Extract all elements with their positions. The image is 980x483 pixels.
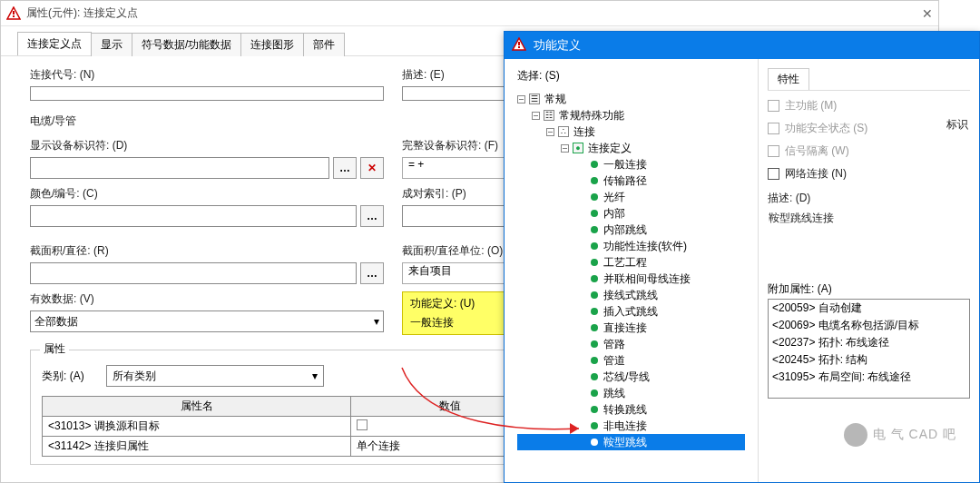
show-dt-label: 显示设备标识符: (D): [30, 138, 384, 153]
properties-table: 属性名 数值 <31013> 调换源和目标 <31142> 连接归属性单个连接: [42, 396, 550, 457]
tree-leaf[interactable]: 一般连接: [517, 156, 745, 172]
svg-rect-4: [518, 42, 520, 45]
function-def-label: 功能定义: (U): [410, 296, 503, 311]
list-item[interactable]: <31095> 布局空间: 布线途径: [769, 369, 969, 386]
tree-leaf[interactable]: 内部: [517, 205, 745, 222]
description-input[interactable]: [402, 86, 520, 101]
connection-code-input[interactable]: [30, 86, 384, 101]
addprop-list[interactable]: <20059> 自动创建 <20069> 电缆名称包括源/目标 <20237> …: [768, 299, 970, 399]
properties-legend: 属性: [40, 341, 69, 357]
titlebar: 属性(元件): 连接定义点 ✕: [1, 1, 938, 26]
signal-label: 信号隔离 (W): [785, 143, 849, 159]
ident-label-cut: 标识: [946, 117, 968, 133]
clear-button[interactable]: ✕: [360, 157, 384, 179]
dialog-title: 功能定义: [534, 37, 581, 54]
tree-leaf[interactable]: 插入式跳线: [517, 303, 745, 320]
tree-leaf[interactable]: 光纤: [517, 189, 745, 205]
checkbox[interactable]: [768, 168, 779, 180]
list-item[interactable]: <20237> 拓扑: 布线途径: [769, 334, 969, 351]
list-item[interactable]: <20245> 拓扑: 结构: [769, 351, 969, 369]
section-browse-button[interactable]: …: [360, 262, 384, 284]
tab-connection-def[interactable]: 连接定义点: [17, 32, 92, 55]
safety-label: 功能安全状态 (S): [785, 121, 867, 136]
full-dt-value: = +: [402, 157, 520, 179]
svg-rect-1: [13, 11, 15, 15]
tree-leaf[interactable]: 跳线: [517, 385, 745, 401]
valid-data-value: 全部数据: [34, 314, 78, 330]
list-item[interactable]: <20059> 自动创建: [769, 300, 969, 317]
color-input[interactable]: [30, 205, 357, 227]
tree-leaf[interactable]: 功能性连接(软件): [517, 238, 745, 254]
tree-leaf[interactable]: 并联相间母线连接: [517, 271, 745, 287]
table-row[interactable]: <31013> 调换源和目标: [43, 417, 550, 437]
tree-pane: 选择: (S) –☰常规 –☷常规特殊功能 –∴连接 –●连接定义 一般连接传输…: [505, 59, 759, 482]
tab-display[interactable]: 显示: [91, 33, 132, 56]
browse-button[interactable]: …: [333, 157, 357, 179]
svg-rect-5: [518, 46, 520, 48]
svg-rect-2: [13, 15, 15, 17]
function-definition-dialog: 功能定义 选择: (S) –☰常规 –☷常规特殊功能 –∴连接 –●连接定义 一…: [504, 31, 980, 483]
tree-leaf[interactable]: 传输路径: [517, 172, 745, 189]
pair-index-input[interactable]: [402, 205, 520, 227]
tree-leaf[interactable]: 接线式跳线: [517, 287, 745, 303]
main-fn-label: 主功能 (M): [785, 98, 837, 113]
tab-parts[interactable]: 部件: [303, 33, 345, 56]
color-label: 颜色/编号: (C): [30, 186, 384, 202]
function-def-highlight[interactable]: 功能定义: (U) 一般连接: [402, 291, 511, 335]
tree-node[interactable]: –●连接定义: [517, 140, 745, 156]
checkbox[interactable]: [768, 123, 779, 134]
table-row[interactable]: <31142> 连接归属性单个连接: [43, 437, 550, 457]
dialog-title: 属性(元件): 连接定义点: [26, 5, 138, 21]
function-tree[interactable]: –☰常规 –☷常规特殊功能 –∴连接 –●连接定义 一般连接传输路径光纤内部内部…: [517, 89, 745, 452]
app-icon: [512, 37, 528, 54]
valid-data-label: 有效数据: (V): [30, 291, 384, 307]
addprop-label: 附加属性: (A): [768, 281, 970, 297]
category-select[interactable]: 所有类别▾: [106, 365, 324, 387]
tree-leaf[interactable]: 直接连接: [517, 320, 745, 336]
col-name: 属性名: [43, 397, 351, 417]
network-label: 网络连接 (N): [785, 166, 847, 182]
connection-code-label: 连接代号: (N): [30, 67, 384, 83]
dropdown-icon[interactable]: ▾: [374, 315, 379, 328]
tab-symbol-data[interactable]: 符号数据/功能数据: [132, 33, 241, 56]
app-icon: [6, 6, 21, 21]
tree-leaf[interactable]: 非电连接: [517, 418, 745, 434]
desc-label: 描述: (D): [768, 191, 970, 206]
tree-leaf[interactable]: 工艺工程: [517, 254, 745, 271]
checkbox[interactable]: [768, 145, 779, 157]
close-button[interactable]: ✕: [922, 6, 933, 21]
tree-leaf[interactable]: 芯线/导线: [517, 369, 745, 385]
tree-node-root[interactable]: –☰常规: [517, 91, 745, 107]
watermark: 电 气 CAD 吧: [844, 423, 956, 447]
category-label: 类别: (A): [42, 369, 84, 384]
tree-leaf[interactable]: 内部跳线: [517, 222, 745, 238]
section-input[interactable]: [30, 262, 357, 284]
tab-conn-graphic[interactable]: 连接图形: [240, 33, 304, 56]
section-label: 截面积/直径: (R): [30, 243, 384, 259]
select-label: 选择: (S): [517, 68, 745, 84]
color-browse-button[interactable]: …: [360, 205, 384, 227]
desc-value: 鞍型跳线连接: [768, 210, 970, 227]
tree-leaf[interactable]: 转换跳线: [517, 401, 745, 418]
tree-node[interactable]: –☷常规特殊功能: [517, 107, 745, 123]
dropdown-icon: ▾: [312, 370, 318, 382]
tree-leaf[interactable]: 鞍型跳线: [517, 434, 745, 450]
list-item[interactable]: <20069> 电缆名称包括源/目标: [769, 317, 969, 334]
tree-leaf[interactable]: 管道: [517, 352, 745, 369]
function-def-value: 一般连接: [410, 315, 503, 330]
show-dt-input[interactable]: [30, 157, 329, 179]
tree-leaf[interactable]: 管路: [517, 336, 745, 352]
tab-characteristics[interactable]: 特性: [768, 68, 809, 90]
tree-node[interactable]: –∴连接: [517, 123, 745, 140]
checkbox[interactable]: [768, 100, 779, 112]
section-unit-value: 来自项目: [402, 262, 520, 284]
titlebar: 功能定义: [505, 32, 979, 59]
